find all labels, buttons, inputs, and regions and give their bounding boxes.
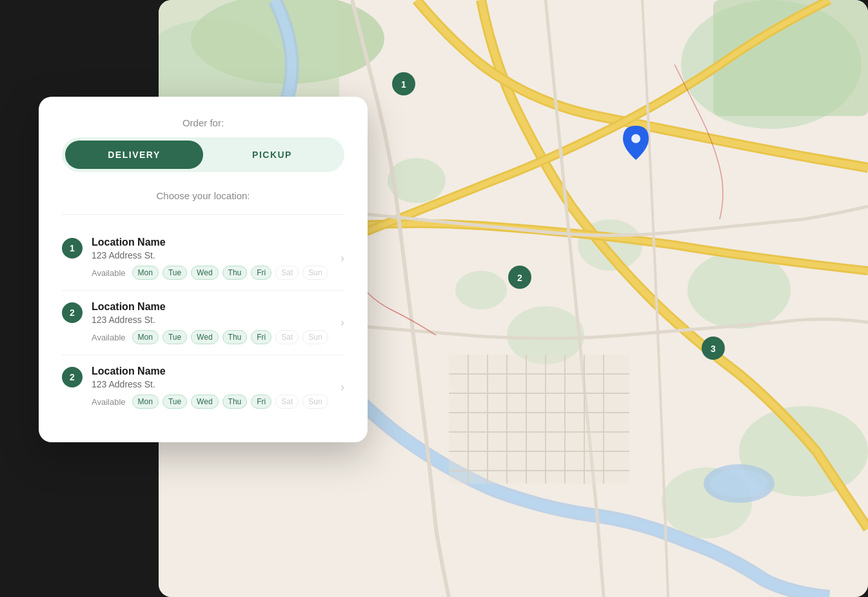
chevron-icon-2: › <box>340 316 344 329</box>
pickup-button[interactable]: PICKUP <box>203 141 341 169</box>
day-badge-tue: Tue <box>163 266 187 280</box>
day-badge-thu: Thu <box>222 266 248 280</box>
day-badge-sun: Sun <box>302 266 328 280</box>
location-selector-card: Order for: DELIVERY PICKUP Choose your l… <box>39 97 368 442</box>
day-badge-fri: Fri <box>251 395 271 409</box>
location-info-1: Location Name123 Address St.AvailableMon… <box>92 237 335 280</box>
chevron-icon-1: › <box>340 251 344 265</box>
svg-text:2: 2 <box>517 273 522 283</box>
svg-point-37 <box>631 134 640 143</box>
day-badge-sat: Sat <box>275 266 299 280</box>
availability-row-3: AvailableMonTueWedThuFriSatSun <box>92 395 335 409</box>
location-address-1: 123 Address St. <box>92 250 335 260</box>
day-badge-fri: Fri <box>251 266 271 280</box>
day-badge-fri: Fri <box>251 330 271 344</box>
location-item-1[interactable]: 1Location Name123 Address St.AvailableMo… <box>62 226 344 291</box>
day-badge-thu: Thu <box>222 330 248 344</box>
day-badge-wed: Wed <box>191 330 218 344</box>
locations-list: 1Location Name123 Address St.AvailableMo… <box>62 226 344 419</box>
location-info-3: Location Name123 Address St.AvailableMon… <box>92 366 335 409</box>
order-type-toggle: DELIVERY PICKUP <box>62 137 344 172</box>
day-badge-tue: Tue <box>163 330 187 344</box>
delivery-button[interactable]: DELIVERY <box>65 141 203 169</box>
location-info-2: Location Name123 Address St.AvailableMon… <box>92 301 335 344</box>
location-badge-2: 2 <box>62 302 83 323</box>
availability-row-2: AvailableMonTueWedThuFriSatSun <box>92 330 335 344</box>
location-item-2[interactable]: 2Location Name123 Address St.AvailableMo… <box>62 291 344 355</box>
svg-point-10 <box>455 271 507 309</box>
day-badge-wed: Wed <box>191 266 218 280</box>
chevron-icon-3: › <box>340 380 344 394</box>
location-badge-3: 2 <box>62 367 83 387</box>
svg-text:1: 1 <box>401 79 406 90</box>
day-badge-mon: Mon <box>132 266 159 280</box>
divider-top <box>62 214 344 215</box>
available-label-1: Available <box>92 268 126 278</box>
location-address-2: 123 Address St. <box>92 315 335 325</box>
available-label-2: Available <box>92 333 126 342</box>
availability-row-1: AvailableMonTueWedThuFriSatSun <box>92 266 335 280</box>
day-badge-sun: Sun <box>302 395 328 409</box>
day-badge-thu: Thu <box>222 395 248 409</box>
day-badge-wed: Wed <box>191 395 218 409</box>
svg-point-14 <box>710 469 768 498</box>
choose-location-label: Choose your location: <box>62 190 344 201</box>
day-badge-sat: Sat <box>275 395 299 409</box>
day-badge-tue: Tue <box>163 395 187 409</box>
location-name-1: Location Name <box>92 237 335 248</box>
order-for-label: Order for: <box>62 117 344 128</box>
location-badge-1: 1 <box>62 238 83 259</box>
location-address-3: 123 Address St. <box>92 379 335 389</box>
day-badge-mon: Mon <box>132 330 159 344</box>
location-item-3[interactable]: 2Location Name123 Address St.AvailableMo… <box>62 355 344 419</box>
location-name-3: Location Name <box>92 366 335 377</box>
day-badge-sun: Sun <box>302 330 328 344</box>
available-label-3: Available <box>92 397 126 407</box>
day-badge-sat: Sat <box>275 330 299 344</box>
day-badge-mon: Mon <box>132 395 159 409</box>
svg-text:3: 3 <box>711 344 716 354</box>
location-name-2: Location Name <box>92 301 335 313</box>
